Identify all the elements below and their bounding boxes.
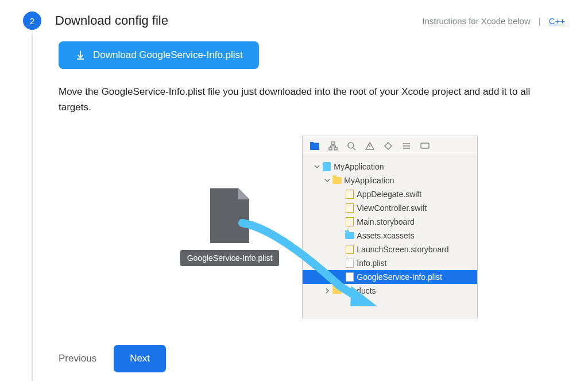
divider: | xyxy=(539,16,541,26)
download-icon xyxy=(75,49,86,61)
instructions-text: Instructions for Xcode below xyxy=(422,16,530,26)
svg-rect-7 xyxy=(421,143,429,148)
tree-row-folder[interactable]: MyApplication xyxy=(303,174,477,187)
svg-point-6 xyxy=(348,143,354,148)
file-icon xyxy=(210,188,249,243)
tree-label: Products xyxy=(344,286,376,295)
diamond-icon[interactable] xyxy=(383,141,393,151)
previous-button[interactable]: Previous xyxy=(59,353,96,364)
tree-row-project-root[interactable]: MyApplication xyxy=(303,160,477,174)
tree-label: AppDelegate.swift xyxy=(357,190,421,199)
tree-label: GoogleService-Info.plist xyxy=(357,272,442,282)
hierarchy-icon[interactable] xyxy=(328,141,338,151)
tree-row-viewcontroller[interactable]: ViewController.swift xyxy=(303,201,477,215)
storyboard-file-icon xyxy=(346,217,354,226)
disclosure-right-icon xyxy=(324,288,330,294)
tree-row-launchscreen[interactable]: LaunchScreen.storyboard xyxy=(303,243,477,256)
plist-file-icon xyxy=(346,259,354,268)
step-header: 2 Download config file Instructions for … xyxy=(23,11,565,30)
svg-rect-2 xyxy=(310,142,314,144)
tree-label: MyApplication xyxy=(334,162,384,171)
tree-row-assets[interactable]: Assets.xcassets xyxy=(303,229,477,243)
plist-file-icon xyxy=(346,272,354,282)
next-button[interactable]: Next xyxy=(114,345,166,372)
file-label: GoogleService-Info.plist xyxy=(180,250,280,266)
tree-label: Main.storyboard xyxy=(357,217,414,226)
illustration-area: GoogleService-Info.plist xyxy=(59,132,565,322)
warning-icon[interactable] xyxy=(365,141,375,151)
download-config-button[interactable]: Download GoogleService-Info.plist xyxy=(59,41,259,69)
tree-row-gsinfoplist-selected[interactable]: GoogleService-Info.plist xyxy=(303,270,477,284)
chat-icon[interactable] xyxy=(420,141,430,151)
tree-row-appdelegate[interactable]: AppDelegate.swift xyxy=(303,187,477,201)
svg-rect-1 xyxy=(310,143,319,150)
list-icon[interactable] xyxy=(401,141,412,151)
xcode-file-tree: MyApplication MyApplication AppDelegate.… xyxy=(303,156,477,301)
search-icon[interactable] xyxy=(346,141,357,151)
tree-row-mainstoryboard[interactable]: Main.storyboard xyxy=(303,215,477,229)
tree-row-products[interactable]: Products xyxy=(303,284,477,298)
swift-file-icon xyxy=(346,190,354,199)
folder-nav-icon[interactable] xyxy=(310,141,320,151)
step-actions: Previous Next xyxy=(59,345,565,372)
tree-row-infoplist[interactable]: Info.plist xyxy=(303,256,477,270)
disclosure-down-icon xyxy=(324,178,330,183)
download-button-label: Download GoogleService-Info.plist xyxy=(93,49,243,61)
step-number-badge: 2 xyxy=(23,11,41,30)
tree-label: LaunchScreen.storyboard xyxy=(357,245,448,254)
svg-rect-4 xyxy=(329,148,332,150)
storyboard-file-icon xyxy=(346,245,354,254)
tree-label: MyApplication xyxy=(344,176,394,185)
tree-label: Info.plist xyxy=(357,259,386,268)
folder-icon xyxy=(332,287,342,294)
tree-label: ViewController.swift xyxy=(357,203,427,213)
project-icon xyxy=(323,162,331,171)
folder-icon xyxy=(332,177,342,184)
xcode-toolbar xyxy=(303,136,477,156)
swift-file-icon xyxy=(346,203,354,213)
svg-rect-5 xyxy=(334,148,337,150)
plist-file-block: GoogleService-Info.plist xyxy=(180,188,280,266)
tree-label: Assets.xcassets xyxy=(357,231,414,240)
disclosure-down-icon xyxy=(314,164,320,170)
xcode-navigator-panel: MyApplication MyApplication AppDelegate.… xyxy=(302,136,478,318)
step-title: Download config file xyxy=(55,13,408,28)
svg-rect-3 xyxy=(331,142,335,144)
assets-folder-icon xyxy=(345,232,354,239)
step-container: 2 Download config file Instructions for … xyxy=(0,0,588,381)
step-content: Download GoogleService-Info.plist Move t… xyxy=(59,41,565,372)
step-connector-line xyxy=(32,33,33,381)
step-header-right: Instructions for Xcode below | C++ xyxy=(422,16,565,26)
cpp-link[interactable]: C++ xyxy=(549,16,565,26)
step-description: Move the GoogleService-Info.plist file y… xyxy=(59,84,552,115)
